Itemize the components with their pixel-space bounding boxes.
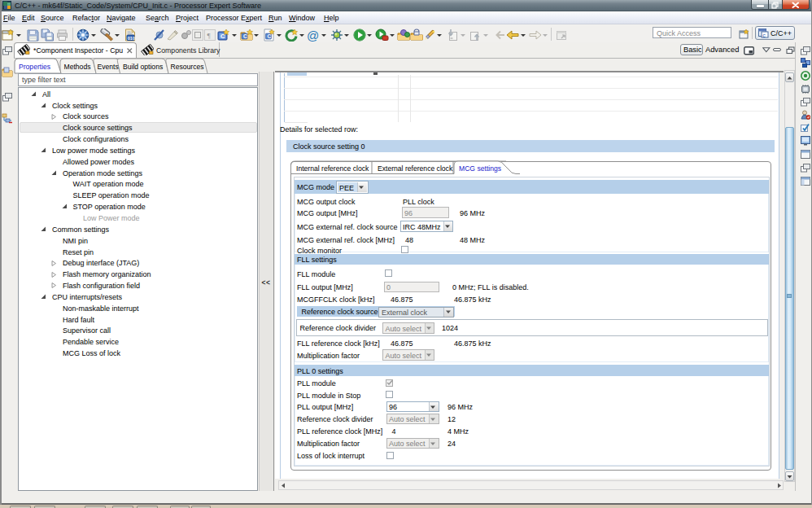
svg-text:Resources: Resources — [171, 63, 204, 71]
svg-text:@: @ — [307, 28, 319, 42]
svg-text:c: c — [762, 33, 766, 38]
svg-text:Internal reference clock: Internal reference clock — [296, 164, 369, 173]
svg-text:C: C — [243, 33, 247, 39]
svg-text:Events: Events — [98, 63, 119, 71]
svg-text:010: 010 — [128, 36, 135, 41]
svg-text:MCG settings: MCG settings — [459, 164, 501, 173]
svg-text:External reference clock: External reference clock — [378, 164, 453, 173]
svg-text:Methods: Methods — [64, 63, 91, 71]
svg-text:C: C — [268, 33, 272, 39]
svg-text:¶: ¶ — [207, 32, 211, 40]
svg-text:Build options: Build options — [123, 63, 163, 71]
svg-text:Properties: Properties — [19, 63, 50, 71]
